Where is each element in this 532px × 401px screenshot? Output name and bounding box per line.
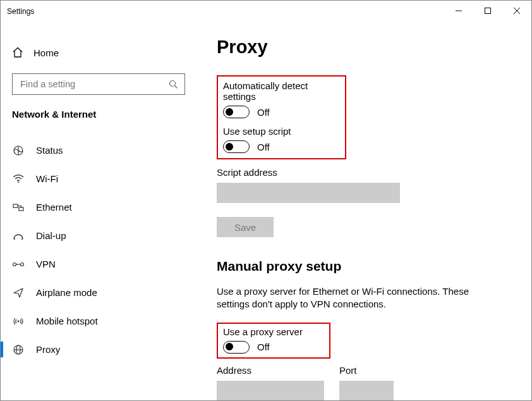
sidebar-item-ethernet[interactable]: Ethernet — [1, 193, 196, 221]
sidebar-item-vpn[interactable]: VPN — [1, 250, 196, 278]
hotspot-icon — [12, 316, 25, 326]
sidebar-item-airplane[interactable]: Airplane mode — [1, 278, 196, 307]
save-button[interactable]: Save — [217, 217, 274, 237]
sidebar-item-hotspot[interactable]: Mobile hotspot — [1, 307, 196, 335]
status-icon — [12, 145, 25, 156]
setup-script-state: Off — [257, 142, 270, 152]
section-title-manual: Manual proxy setup — [217, 259, 514, 274]
page-title: Proxy — [217, 37, 514, 58]
highlight-box-1: Automatically detect settings Off Use se… — [217, 75, 346, 159]
svg-point-11 — [14, 238, 15, 240]
port-label: Port — [339, 365, 394, 376]
svg-line-5 — [175, 85, 178, 88]
sidebar-item-label: Status — [36, 145, 63, 156]
search-input[interactable] — [19, 78, 169, 90]
search-box[interactable] — [12, 73, 185, 95]
auto-detect-state: Off — [257, 107, 270, 118]
proxy-icon — [12, 344, 25, 355]
sidebar: Home Network & Internet Status — [1, 22, 196, 400]
proxy-server-label: Use a proxy server — [223, 326, 324, 337]
settings-window: Settings Home — [0, 0, 532, 401]
sidebar-item-label: VPN — [36, 259, 56, 269]
sidebar-item-dialup[interactable]: Dial-up — [1, 221, 196, 250]
sidebar-item-label: Airplane mode — [36, 287, 97, 298]
window-title: Settings — [7, 6, 34, 16]
minimize-button[interactable] — [444, 1, 473, 21]
content-pane: Proxy Automatically detect settings Off … — [196, 22, 531, 400]
titlebar: Settings — [1, 1, 531, 22]
script-address-label: Script address — [217, 167, 514, 178]
nav-list: Status Wi-Fi Ethernet — [1, 131, 196, 364]
svg-point-4 — [170, 80, 176, 86]
script-address-input[interactable] — [217, 183, 400, 203]
sidebar-item-label: Mobile hotspot — [36, 316, 98, 326]
search-icon — [169, 80, 178, 89]
svg-point-14 — [21, 262, 24, 266]
proxy-server-toggle[interactable] — [223, 341, 250, 354]
vpn-icon — [12, 261, 25, 268]
close-icon — [514, 8, 520, 14]
home-link[interactable]: Home — [1, 40, 196, 65]
svg-point-16 — [18, 320, 20, 322]
window-controls — [444, 1, 531, 21]
address-input[interactable] — [217, 381, 324, 401]
sidebar-item-label: Proxy — [36, 344, 60, 355]
setup-script-label: Use setup script — [223, 126, 340, 137]
auto-detect-label: Automatically detect settings — [223, 80, 340, 102]
minimize-icon — [456, 8, 462, 14]
svg-rect-9 — [13, 204, 18, 207]
maximize-icon — [485, 8, 491, 14]
section-desc-manual: Use a proxy server for Ethernet or Wi-Fi… — [217, 285, 488, 311]
svg-rect-10 — [19, 207, 23, 211]
home-icon — [12, 47, 23, 58]
ethernet-icon — [12, 203, 25, 212]
sidebar-item-proxy[interactable]: Proxy — [1, 335, 196, 364]
wifi-icon — [12, 175, 25, 183]
port-input[interactable] — [339, 381, 394, 401]
address-label: Address — [217, 365, 324, 376]
proxy-server-state: Off — [257, 342, 270, 352]
svg-point-8 — [18, 182, 19, 183]
sidebar-item-wifi[interactable]: Wi-Fi — [1, 164, 196, 193]
dialup-icon — [12, 231, 25, 240]
category-heading: Network & Internet — [1, 109, 196, 131]
auto-detect-toggle[interactable] — [223, 106, 250, 118]
setup-script-toggle[interactable] — [223, 140, 250, 153]
sidebar-item-status[interactable]: Status — [1, 136, 196, 164]
svg-point-12 — [21, 238, 23, 240]
svg-rect-1 — [485, 8, 491, 14]
close-button[interactable] — [502, 1, 531, 21]
home-label: Home — [33, 47, 59, 58]
highlight-box-2: Use a proxy server Off — [217, 323, 330, 359]
sidebar-item-label: Ethernet — [36, 202, 72, 213]
maximize-button[interactable] — [473, 1, 502, 21]
sidebar-item-label: Wi-Fi — [36, 173, 58, 184]
svg-point-13 — [13, 262, 16, 266]
airplane-icon — [12, 287, 25, 299]
sidebar-item-label: Dial-up — [36, 230, 66, 241]
